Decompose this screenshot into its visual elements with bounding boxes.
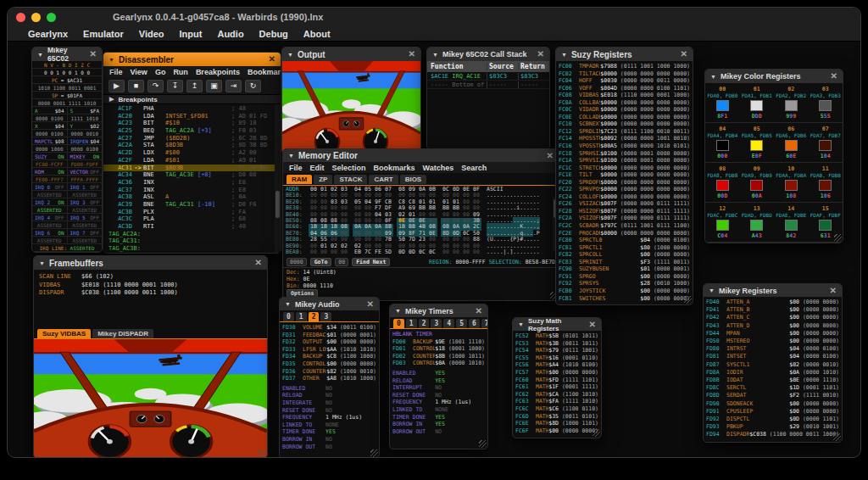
close-icon[interactable]: ✕ <box>367 300 374 309</box>
collapse-icon[interactable]: ▼ <box>710 74 716 80</box>
timer-tab-1[interactable]: 1 <box>406 319 417 328</box>
zoom-window-button[interactable] <box>47 13 56 22</box>
memory-tab-stack[interactable]: STACK <box>334 175 367 184</box>
disassembler-menu-run[interactable]: Run <box>173 68 188 76</box>
memory-byte[interactable]: 00 <box>441 249 451 255</box>
collapse-icon[interactable]: ▼ <box>561 52 567 58</box>
disassembly-line[interactable]: AC39BNETAG_AC31 [-10]; D0 F6 <box>103 201 281 209</box>
timer-tab-4[interactable]: 4 <box>443 319 454 328</box>
color-register-cell[interactable]: 07FDA7, FDB7104 <box>809 123 843 163</box>
color-register-cell[interactable]: 09FDA9, FDB900A <box>740 163 775 203</box>
memory-menu-bookmarks[interactable]: Bookmarks <box>374 164 415 172</box>
resize-grip[interactable] <box>479 440 487 448</box>
collapse-icon[interactable]: ▼ <box>285 301 291 307</box>
close-icon[interactable]: ✕ <box>830 287 837 295</box>
memory-byte[interactable]: 00 <box>339 249 349 255</box>
resize-grip[interactable] <box>259 449 266 457</box>
color-register-cell[interactable]: 14FDAE, FDBE842 <box>774 203 809 243</box>
color-register-cell[interactable]: 05FDA5, FDB5E0F <box>740 123 775 163</box>
disassembly-line[interactable]: AC3BPLX; FA <box>103 209 281 216</box>
close-icon[interactable]: ✕ <box>681 50 687 59</box>
disassembler-menu-bookmarks[interactable]: Bookmarks <box>248 68 281 76</box>
menu-video[interactable]: Video <box>139 29 164 39</box>
audio-channel-tab-2[interactable]: 2 <box>309 312 320 321</box>
close-icon[interactable]: ✕ <box>831 72 837 81</box>
timer-tab-2[interactable]: 2 <box>419 319 430 328</box>
close-icon[interactable]: ✕ <box>547 152 554 160</box>
collapse-icon[interactable]: ▼ <box>39 260 45 266</box>
disassembler-menu-file[interactable]: File <box>109 68 123 76</box>
disassembly-line[interactable]: AC27JMP($BD2B); 6C 2B BD <box>103 135 281 142</box>
disassembly-line[interactable]: AC2DLDX#$00; A2 00 <box>103 149 281 157</box>
memory-menu-selection[interactable]: Selection <box>332 164 366 172</box>
memory-byte[interactable]: 00 <box>471 249 481 255</box>
color-register-cell[interactable]: 11FDAB, FDBB106 <box>809 163 843 203</box>
disassembly-line[interactable]: AC3DRTI; 40 <box>103 223 281 231</box>
step-frame-button[interactable]: ▣ <box>206 80 222 92</box>
disassembler-menu-view[interactable]: View <box>131 68 147 76</box>
timer-tab-0[interactable]: 0 <box>393 319 404 328</box>
color-register-cell[interactable]: 04FDA4, FDB4000 <box>705 123 740 163</box>
stop-button[interactable]: ■ <box>128 80 144 92</box>
timer-tab-5[interactable]: 5 <box>456 319 467 328</box>
run-button[interactable]: ▶ <box>108 80 125 92</box>
close-icon[interactable]: ✕ <box>90 50 97 59</box>
scrollbar-thumb[interactable] <box>275 191 280 218</box>
memory-tab-zp[interactable]: ZP <box>314 175 332 184</box>
collapse-icon[interactable]: ▼ <box>288 153 294 159</box>
menu-input[interactable]: Input <box>180 29 203 39</box>
memory-byte[interactable]: 00 <box>329 249 339 255</box>
minimize-window-button[interactable] <box>31 13 41 22</box>
goto-address-input[interactable]: 0000 <box>287 258 307 266</box>
color-register-cell[interactable]: 03FDA3, FDB3555 <box>809 83 843 123</box>
disassembly-line[interactable]: AC2FLDA#$01; A9 01 <box>103 157 281 165</box>
collapse-icon[interactable]: ▼ <box>709 287 715 293</box>
disassembly-line[interactable]: AC23BIT#$10; 89 10 <box>103 120 281 127</box>
memory-menu-watches[interactable]: Watches <box>423 164 454 172</box>
close-icon[interactable]: ✕ <box>255 259 262 267</box>
call-stack-row[interactable]: ----- Bottom of Stack --------------- <box>427 81 549 89</box>
goto-button[interactable]: GoTo <box>310 258 332 266</box>
audio-channel-tab-3[interactable]: 3 <box>320 312 331 321</box>
memory-tab-cart[interactable]: CART <box>369 175 398 184</box>
close-icon[interactable]: ✕ <box>476 307 482 315</box>
collapse-icon[interactable]: ▼ <box>287 52 293 58</box>
memory-byte[interactable]: 5D <box>383 249 393 255</box>
timer-tab-7[interactable]: 7 <box>481 319 488 328</box>
disassembly-line[interactable]: AC25BEQTAG_AC2A [+3]; F0 03 <box>103 127 281 135</box>
memory-byte[interactable]: 0D <box>397 249 407 255</box>
resize-grip[interactable] <box>593 429 600 437</box>
resize-grip[interactable] <box>684 296 692 304</box>
color-register-cell[interactable]: 12FDAC, FDBCC04 <box>705 203 740 243</box>
memory-byte[interactable]: 00 <box>461 249 471 255</box>
timer-tab-3[interactable]: 3 <box>431 319 442 328</box>
disassembly-line[interactable]: AC38ASLA; 0A <box>103 193 281 201</box>
disassembly-line[interactable]: AC37INX; E8 <box>103 187 281 194</box>
find-next-button[interactable]: Find Next <box>352 258 390 266</box>
disassembly-line[interactable]: AC1FPHA; 48 <box>103 105 281 113</box>
color-register-cell[interactable]: 10FDAA, FDBA108 <box>774 163 809 203</box>
disassembly-line[interactable]: AC3CPLA; 68 <box>103 215 281 223</box>
memory-byte[interactable]: 0C <box>417 249 427 255</box>
color-register-cell[interactable]: 00FDA0, FDB08F1 <box>705 83 740 123</box>
close-icon[interactable]: ✕ <box>269 55 275 64</box>
disassembly-line[interactable]: AC20LDAINTSET_$FD01; AD 01 FD <box>103 113 281 120</box>
resize-grip[interactable] <box>370 449 378 457</box>
color-register-cell[interactable]: 06FDA6, FDB660E <box>774 123 809 163</box>
disassembly-line[interactable]: AC36INX; E8 <box>103 179 281 187</box>
collapse-icon[interactable]: ▼ <box>108 57 114 63</box>
timer-tab-6[interactable]: 6 <box>469 319 480 328</box>
close-icon[interactable]: ✕ <box>409 50 415 59</box>
close-window-button[interactable] <box>16 13 25 22</box>
collapse-icon[interactable]: ▼ <box>432 52 438 58</box>
memory-byte[interactable]: 7C <box>363 249 373 255</box>
memory-byte[interactable]: 0C <box>427 249 437 255</box>
memory-byte[interactable]: EB <box>353 249 363 255</box>
disassembly-line[interactable]: AC34BNETAG_AC3E [+8]; D0 08 <box>103 171 281 179</box>
close-icon[interactable]: ✕ <box>537 50 544 59</box>
color-register-cell[interactable]: 01FDA1, FDB1DDD <box>740 83 775 123</box>
memory-menu-edit[interactable]: Edit <box>310 164 325 172</box>
memory-byte[interactable]: 00 <box>309 249 319 255</box>
color-register-cell[interactable]: 08FDA8, FDB800D <box>705 163 740 203</box>
memory-byte[interactable]: 0D <box>407 249 417 255</box>
